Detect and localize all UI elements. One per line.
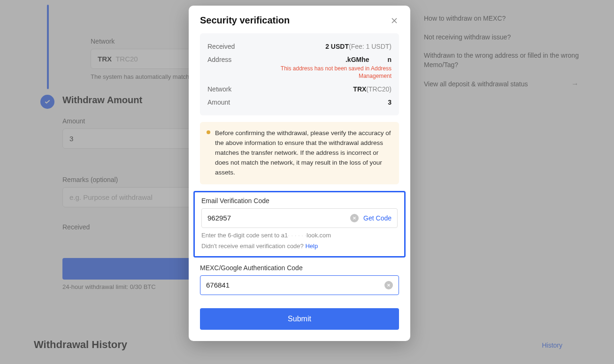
help-link[interactable]: Help	[305, 243, 318, 250]
ga-code-group: MEXC/Google Authentication Code	[200, 264, 399, 295]
email-code-input[interactable]	[207, 214, 350, 222]
summary-received-label: Received	[207, 43, 235, 50]
summary-network-value: TRX(TRC20)	[353, 85, 391, 93]
summary-network-row: Network TRX(TRC20)	[207, 83, 391, 96]
security-verification-modal: Security verification Received 2 USDT(Fe…	[189, 6, 410, 341]
ga-code-input-row	[200, 275, 399, 295]
warning-bullet-icon	[207, 130, 210, 134]
summary-amount-label: Amount	[207, 99, 230, 106]
summary-amount-value: 3	[388, 99, 391, 106]
summary-network-label: Network	[207, 85, 231, 93]
email-code-help-row: Didn't receive email verification code? …	[201, 243, 398, 250]
summary-address-label: Address	[207, 56, 231, 63]
withdrawal-summary: Received 2 USDT(Fee: 1 USDT) Address .kG…	[200, 33, 399, 115]
email-code-label: Email Verification Code	[201, 197, 398, 205]
summary-address-value: .kGMhe n	[269, 56, 391, 63]
summary-address-row: Address .kGMhe n This address has not be…	[207, 53, 391, 83]
summary-received-value: 2 USDT(Fee: 1 USDT)	[325, 43, 391, 50]
email-code-input-row: Get Code	[201, 208, 398, 228]
ga-code-label: MEXC/Google Authentication Code	[200, 264, 399, 272]
summary-amount-row: Amount 3	[207, 96, 391, 109]
get-code-button[interactable]: Get Code	[363, 214, 391, 222]
address-not-saved-warning: This address has not been saved in Addre…	[269, 65, 391, 80]
email-code-hint: Enter the 6-digit code sent to a1· · · ·…	[201, 232, 398, 239]
clear-input-icon[interactable]	[350, 214, 359, 222]
modal-submit-button[interactable]: Submit	[200, 308, 399, 330]
modal-header: Security verification	[189, 6, 410, 33]
modal-title: Security verification	[200, 15, 290, 26]
withdrawal-warning: Before confirming the withdrawal, please…	[200, 122, 399, 184]
clear-input-icon[interactable]	[384, 281, 393, 289]
close-icon[interactable]	[390, 16, 399, 25]
email-code-group: Email Verification Code Get Code Enter t…	[193, 191, 406, 258]
ga-code-input[interactable]	[206, 281, 384, 289]
summary-received-row: Received 2 USDT(Fee: 1 USDT)	[207, 40, 391, 53]
warning-text: Before confirming the withdrawal, please…	[215, 129, 391, 176]
